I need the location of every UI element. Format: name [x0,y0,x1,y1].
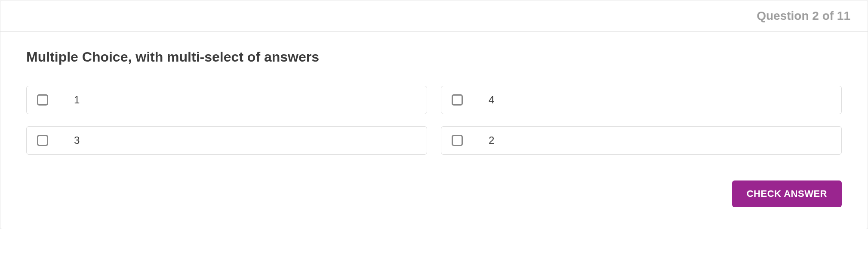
checkbox-icon[interactable] [37,94,48,106]
checkbox-icon[interactable] [37,135,48,146]
option-3[interactable]: 3 [26,126,427,155]
question-counter: Question 2 of 11 [757,9,850,23]
option-label: 3 [74,134,80,146]
options-grid: 1 4 3 2 [26,86,842,155]
checkbox-icon[interactable] [452,135,463,146]
option-label: 2 [489,134,494,146]
question-text: Multiple Choice, with multi-select of an… [26,49,842,65]
question-card: Question 2 of 11 Multiple Choice, with m… [0,0,868,229]
checkbox-icon[interactable] [452,94,463,106]
check-answer-button[interactable]: CHECK ANSWER [732,180,842,207]
option-label: 1 [74,94,80,106]
option-2[interactable]: 2 [441,126,842,155]
card-body: Multiple Choice, with multi-select of an… [0,32,868,229]
option-4[interactable]: 4 [441,86,842,114]
card-footer: CHECK ANSWER [26,180,842,207]
option-label: 4 [489,94,494,106]
card-header: Question 2 of 11 [0,0,868,32]
option-1[interactable]: 1 [26,86,427,114]
